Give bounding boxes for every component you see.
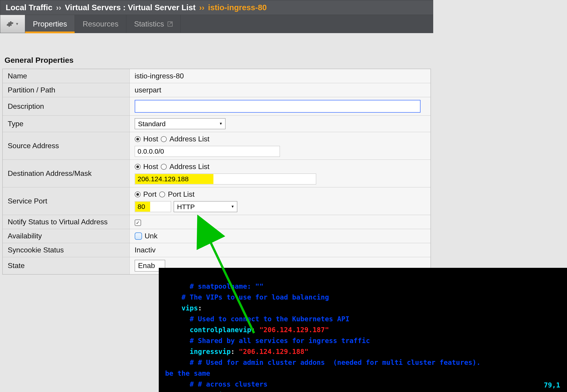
- settings-menu-button[interactable]: ▼: [0, 15, 25, 33]
- row-syncookie: Syncookie Status Inactiv: [2, 243, 431, 257]
- name-label: Name: [2, 69, 130, 83]
- partition-value: userpart: [130, 83, 431, 97]
- breadcrumb-current: istio-ingress-80: [208, 3, 267, 12]
- availability-label: Availability: [2, 229, 130, 243]
- service-port-label: Service Port: [2, 187, 130, 215]
- row-notify-status: Notify Status to Virtual Address ✓: [2, 215, 431, 229]
- dest-addrlist-label: Address List: [169, 162, 209, 171]
- breadcrumb: Local Traffic ›› Virtual Servers : Virtu…: [0, 0, 433, 15]
- terminal-key: vips: [165, 304, 198, 312]
- terminal-line: # # Used for admin cluster addons (neede…: [165, 358, 480, 366]
- terminal-cursor-status: 79,1: [544, 380, 560, 391]
- portlist-radio[interactable]: [159, 192, 165, 197]
- type-select[interactable]: Standard: [135, 118, 225, 129]
- state-label: State: [2, 257, 130, 275]
- availability-value: Unk: [145, 232, 158, 240]
- tab-label: Properties: [33, 20, 67, 28]
- type-label: Type: [2, 115, 130, 132]
- terminal-value: "206.124.129.187": [259, 326, 329, 334]
- gear-icon: [6, 20, 14, 28]
- terminal-line: # # across clusters: [165, 380, 268, 388]
- breadcrumb-subsection[interactable]: Virtual Servers : Virtual Server List: [65, 3, 196, 12]
- destination-label: Destination Address/Mask: [2, 160, 130, 187]
- source-addrlist-radio[interactable]: [161, 136, 167, 142]
- source-address-input[interactable]: [135, 146, 280, 157]
- row-availability: Availability Unk: [2, 229, 431, 243]
- dest-addrlist-radio[interactable]: [161, 164, 167, 170]
- row-type: Type Standard: [2, 115, 431, 132]
- description-label: Description: [2, 97, 130, 115]
- row-source-address: Source Address Host Address List: [2, 132, 431, 160]
- source-addrlist-label: Address List: [169, 135, 209, 143]
- terminal-line: be the same: [165, 369, 210, 377]
- breadcrumb-separator: ››: [198, 3, 206, 12]
- terminal-key: ingressvip: [165, 348, 231, 355]
- description-input[interactable]: [135, 100, 421, 113]
- tab-properties[interactable]: Properties: [25, 15, 75, 33]
- name-value: istio-ingress-80: [130, 69, 431, 83]
- row-name: Name istio-ingress-80: [2, 69, 431, 83]
- syncookie-label: Syncookie Status: [2, 243, 130, 257]
- general-properties-table: Name istio-ingress-80 Partition / Path u…: [2, 69, 431, 275]
- caret-down-icon: ▼: [15, 22, 19, 26]
- syncookie-value: Inactiv: [130, 243, 431, 257]
- source-label: Source Address: [2, 132, 130, 160]
- popout-icon[interactable]: [168, 22, 173, 27]
- row-description: Description: [2, 97, 431, 115]
- terminal-line: # Used to connect to the Kubernetes API: [165, 315, 349, 323]
- tab-resources[interactable]: Resources: [75, 15, 126, 33]
- terminal-value: "206.124.129.188": [239, 348, 308, 355]
- terminal-line: # Shared by all services for ingress tra…: [165, 337, 370, 345]
- port-radio-label: Port: [143, 190, 157, 198]
- row-service-port: Service Port Port Port List: [2, 187, 431, 215]
- breadcrumb-section[interactable]: Local Traffic: [6, 3, 52, 12]
- portlist-radio-label: Port List: [168, 190, 194, 198]
- terminal-overlay: # snatpoolname: "" # The VIPs to use for…: [159, 268, 567, 392]
- tab-label: Resources: [83, 20, 118, 28]
- tab-label: Statistics: [134, 20, 164, 28]
- service-protocol-select[interactable]: HTTP: [174, 201, 237, 212]
- source-host-label: Host: [143, 135, 158, 143]
- tab-strip: ▼ Properties Resources Statistics: [0, 15, 433, 33]
- terminal-colon: :: [251, 326, 259, 334]
- availability-status-icon: [135, 233, 142, 240]
- port-radio[interactable]: [135, 192, 141, 197]
- dest-host-radio[interactable]: [135, 164, 141, 170]
- tab-statistics[interactable]: Statistics: [126, 15, 181, 33]
- terminal-line: # The VIPs to use for load balancing: [165, 293, 329, 301]
- destination-address-input[interactable]: [135, 174, 316, 184]
- notify-status-checkbox[interactable]: ✓: [135, 220, 141, 226]
- breadcrumb-separator: ››: [55, 3, 63, 12]
- notify-status-label: Notify Status to Virtual Address: [2, 215, 130, 229]
- row-destination-address: Destination Address/Mask Host Address Li…: [2, 160, 431, 187]
- terminal-line: # snatpoolname: "": [165, 282, 263, 290]
- service-port-input[interactable]: [135, 201, 171, 212]
- section-title: General Properties: [2, 56, 433, 69]
- terminal-colon: :: [231, 348, 239, 355]
- source-host-radio[interactable]: [135, 136, 141, 142]
- terminal-colon: :: [227, 391, 235, 392]
- terminal-colon: :: [198, 304, 202, 312]
- terminal-key: controlplanevip: [165, 326, 251, 334]
- partition-label: Partition / Path: [2, 83, 130, 97]
- terminal-key: addonsvip: [165, 391, 227, 392]
- terminal-value: "206.124.129.189": [235, 391, 304, 392]
- dest-host-label: Host: [143, 162, 158, 171]
- row-partition: Partition / Path userpart: [2, 83, 431, 97]
